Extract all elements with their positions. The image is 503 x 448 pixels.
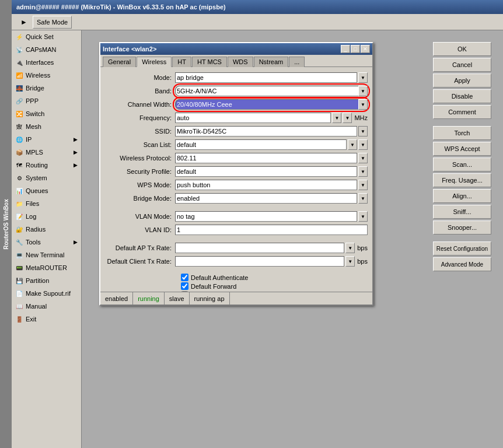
- wireless-protocol-label: Wireless Protocol:: [105, 155, 175, 162]
- torch-button[interactable]: Torch: [433, 126, 491, 140]
- minimize-button[interactable]: _: [341, 45, 350, 53]
- sidebar-item-manual[interactable]: 📖 Manual: [12, 300, 81, 313]
- tab-ht-mcs[interactable]: HT MCS: [192, 57, 227, 67]
- title-bar: M admin@##### ##### (MikroTik) - WinBox …: [0, 0, 503, 14]
- sidebar-item-label: IP: [26, 136, 32, 143]
- dialog-title: Interface <wlan2>: [103, 46, 156, 52]
- comment-button[interactable]: Comment: [433, 105, 491, 119]
- security-profile-input[interactable]: [175, 166, 357, 177]
- sidebar-item-capsman[interactable]: 📡 CAPsMAN: [12, 43, 81, 56]
- bridge-mode-dropdown[interactable]: ▼: [358, 193, 368, 204]
- sidebar-item-queues[interactable]: 📊 Queues: [12, 184, 81, 197]
- routing-icon: 🗺: [15, 161, 23, 169]
- tab-wireless[interactable]: Wireless: [137, 57, 172, 67]
- ok-button[interactable]: OK: [433, 42, 491, 56]
- sidebar-item-label: Routing: [26, 162, 48, 169]
- default-client-tx-input[interactable]: [175, 256, 344, 267]
- scan-button[interactable]: Scan...: [433, 158, 491, 172]
- main-layout: RouterOS WinBox ⚡ Quick Set 📡 CAPsMAN 🔌 …: [0, 30, 503, 448]
- sidebar-item-label: Switch: [26, 110, 44, 117]
- sidebar-item-files[interactable]: 📁 Files: [12, 197, 81, 210]
- exit-icon: 🚪: [15, 315, 23, 323]
- wireless-protocol-input[interactable]: [175, 153, 357, 163]
- wps-mode-dropdown[interactable]: ▼: [358, 180, 368, 190]
- channel-width-input[interactable]: [175, 99, 368, 110]
- default-client-tx-dropdown[interactable]: ▼: [345, 256, 355, 267]
- maximize-button[interactable]: □: [351, 45, 360, 53]
- bridge-mode-control: ▼: [175, 193, 368, 204]
- default-ap-tx-input[interactable]: [175, 243, 344, 253]
- sidebar-item-switch[interactable]: 🔀 Switch: [12, 107, 81, 120]
- ssid-row: SSID: ▼: [105, 125, 368, 137]
- security-profile-dropdown[interactable]: ▼: [358, 166, 368, 177]
- tab-nstream[interactable]: Nstream: [254, 57, 289, 67]
- sidebar-item-bridge[interactable]: 🌉 Bridge: [12, 82, 81, 94]
- tab-more[interactable]: ...: [289, 57, 305, 67]
- sidebar-item-label: CAPsMAN: [26, 46, 57, 53]
- sidebar-item-routing[interactable]: 🗺 Routing ▶: [12, 159, 81, 172]
- align-button[interactable]: Align...: [433, 189, 491, 203]
- sniff-button[interactable]: Sniff...: [433, 205, 491, 219]
- reset-config-button[interactable]: Reset Configuration: [433, 242, 491, 256]
- wps-mode-input[interactable]: [175, 180, 357, 190]
- sidebar-item-mpls[interactable]: 📦 MPLS ▶: [12, 146, 81, 159]
- sidebar-item-system[interactable]: ⚙ System: [12, 172, 81, 184]
- sidebar-item-label: Exit: [26, 316, 36, 323]
- default-authenticate-checkbox[interactable]: [181, 274, 188, 281]
- terminal-icon: 💻: [15, 251, 23, 259]
- default-forward-checkbox[interactable]: [181, 282, 188, 290]
- freq-usage-button[interactable]: Freq. Usage...: [433, 173, 491, 187]
- vlan-id-label: VLAN ID:: [105, 226, 175, 233]
- vlan-mode-input[interactable]: [175, 211, 357, 222]
- forward-button[interactable]: ►: [18, 16, 30, 29]
- safe-mode-button[interactable]: Safe Mode: [33, 16, 72, 29]
- disable-button[interactable]: Disable: [433, 89, 491, 103]
- capsman-icon: 📡: [15, 46, 23, 54]
- cancel-button[interactable]: Cancel: [433, 58, 491, 72]
- default-ap-tx-dropdown[interactable]: ▼: [345, 243, 355, 253]
- tab-ht[interactable]: HT: [172, 57, 191, 67]
- sidebar-item-label: Partition: [26, 277, 49, 284]
- sidebar-item-ip[interactable]: 🌐 IP ▶: [12, 133, 81, 146]
- default-client-tx-label: Default Client Tx Rate:: [105, 258, 175, 265]
- sidebar-item-radius[interactable]: 🔐 Radius: [12, 223, 81, 236]
- frequency-dropdown[interactable]: ▼: [332, 113, 341, 123]
- tab-wds[interactable]: WDS: [228, 57, 253, 67]
- wps-accept-button[interactable]: WPS Accept: [433, 142, 491, 156]
- bridge-mode-label: Bridge Mode:: [105, 195, 175, 202]
- scan-list-input[interactable]: [175, 139, 347, 150]
- snooper-button[interactable]: Snooper...: [433, 220, 491, 235]
- sidebar-item-exit[interactable]: 🚪 Exit: [12, 313, 81, 326]
- mode-dropdown[interactable]: ▼: [358, 72, 368, 83]
- sidebar-item-mesh[interactable]: 🕸 Mesh: [12, 120, 81, 133]
- ssid-input[interactable]: [175, 126, 357, 136]
- vlan-id-input[interactable]: [175, 225, 368, 235]
- vlan-mode-dropdown[interactable]: ▼: [358, 211, 368, 222]
- sidebar-item-ppp[interactable]: 🔗 PPP: [12, 94, 81, 107]
- frequency-input[interactable]: [175, 113, 331, 123]
- scan-list-dropdown[interactable]: ▼: [348, 139, 357, 150]
- sidebar-item-tools[interactable]: 🔧 Tools ▶: [12, 236, 81, 249]
- sidebar-item-wireless[interactable]: 📶 Wireless: [12, 69, 81, 82]
- frequency-more[interactable]: ▼: [343, 113, 352, 123]
- apply-button[interactable]: Apply: [433, 74, 491, 88]
- metarouter-icon: 📟: [15, 264, 23, 272]
- close-button[interactable]: ✕: [361, 45, 370, 53]
- band-dropdown[interactable]: ▼: [358, 86, 368, 96]
- band-input[interactable]: [175, 86, 368, 96]
- advanced-mode-button[interactable]: Advanced Mode: [433, 257, 491, 271]
- bridge-mode-input[interactable]: [175, 193, 357, 204]
- sidebar-item-metarouter[interactable]: 📟 MetaROUTER: [12, 261, 81, 274]
- channel-width-dropdown[interactable]: ▼: [358, 99, 368, 110]
- sidebar-item-make-supout[interactable]: 📄 Make Supout.rif: [12, 287, 81, 300]
- sidebar-item-interfaces[interactable]: 🔌 Interfaces: [12, 56, 81, 69]
- tab-general[interactable]: General: [103, 57, 136, 67]
- ssid-arrow[interactable]: ▼: [358, 126, 368, 136]
- sidebar-item-log[interactable]: 📝 Log: [12, 210, 81, 223]
- sidebar-item-new-terminal[interactable]: 💻 New Terminal: [12, 249, 81, 261]
- scan-list-more[interactable]: ▼: [358, 139, 368, 150]
- sidebar-item-partition[interactable]: 💾 Partition: [12, 274, 81, 287]
- mode-input[interactable]: [175, 72, 357, 83]
- sidebar-item-quick-set[interactable]: ⚡ Quick Set: [12, 30, 81, 43]
- wireless-protocol-dropdown[interactable]: ▼: [358, 153, 368, 163]
